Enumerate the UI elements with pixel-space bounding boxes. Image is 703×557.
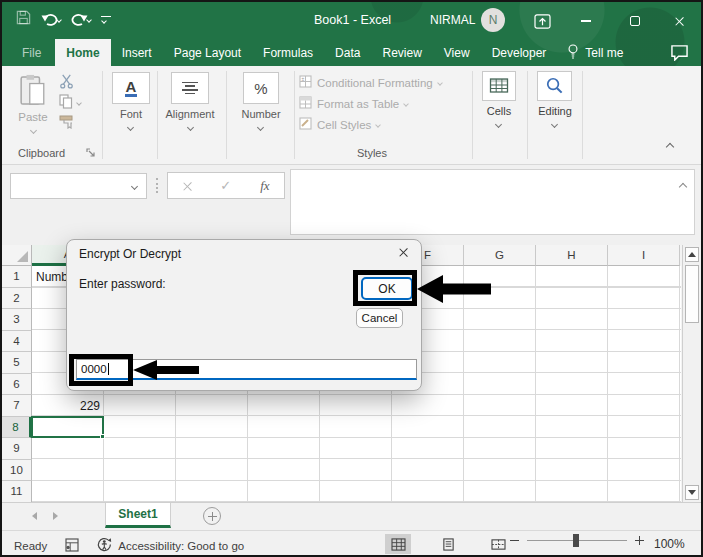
tab-view[interactable]: View — [433, 39, 481, 66]
title-bar-area: Book1 - Excel NIRMAL N File Home Insert … — [2, 2, 701, 66]
quick-access-toolbar — [16, 10, 111, 29]
format-painter-button[interactable] — [59, 115, 74, 131]
cells-group-button[interactable] — [482, 71, 516, 101]
cancel-entry-icon[interactable] — [182, 181, 191, 190]
zoom-in-icon[interactable] — [635, 536, 644, 545]
group-separator — [294, 71, 295, 159]
insert-function-icon[interactable]: fx — [260, 178, 269, 194]
comment-icon[interactable] — [670, 44, 689, 65]
accessibility-status[interactable]: Accessibility: Good to go — [97, 537, 244, 554]
cut-button[interactable] — [59, 74, 74, 91]
row-header-8[interactable]: 8 — [2, 417, 32, 439]
new-sheet-button[interactable] — [203, 507, 221, 525]
separator-dots[interactable] — [156, 178, 158, 193]
tab-insert[interactable]: Insert — [111, 39, 163, 66]
redo-icon[interactable] — [71, 13, 91, 26]
row-header-5[interactable]: 5 — [2, 352, 32, 374]
paste-button[interactable]: Paste — [14, 73, 52, 109]
tab-developer[interactable]: Developer — [481, 39, 558, 66]
user-name[interactable]: NIRMAL — [430, 13, 475, 27]
maximize-button[interactable] — [622, 10, 648, 32]
next-sheet-icon[interactable] — [53, 512, 58, 520]
normal-view-icon[interactable] — [385, 534, 411, 554]
conditional-formatting-icon: ± — [299, 75, 312, 90]
tab-review[interactable]: Review — [371, 39, 432, 66]
column-header-I[interactable]: I — [608, 245, 680, 266]
dialog-close-icon[interactable] — [398, 247, 410, 262]
copy-button[interactable] — [59, 94, 81, 111]
format-painter-icon — [59, 115, 74, 131]
row-header-2[interactable]: 2 — [2, 288, 32, 310]
row-header-4[interactable]: 4 — [2, 331, 32, 353]
undo-icon[interactable] — [41, 13, 61, 26]
conditional-formatting-button[interactable]: ± Conditional Formatting — [299, 75, 442, 90]
clipboard-group-label: Clipboard — [18, 147, 65, 159]
font-group-button[interactable]: A — [112, 72, 150, 104]
scroll-up-icon[interactable] — [685, 247, 699, 262]
group-separator — [527, 71, 528, 159]
formula-input[interactable] — [290, 169, 695, 235]
previous-sheet-icon[interactable] — [32, 512, 37, 520]
ribbon-display-options-icon[interactable] — [529, 10, 555, 32]
fill-handle[interactable] — [100, 434, 105, 439]
zoom-out-icon[interactable] — [510, 540, 519, 542]
copy-icon — [59, 94, 73, 111]
vertical-scrollbar[interactable] — [682, 245, 701, 502]
percent-icon: % — [254, 80, 267, 97]
name-box[interactable] — [10, 173, 147, 199]
row-header-1[interactable]: 1 — [2, 266, 32, 288]
row-header-11[interactable]: 11 — [2, 481, 32, 503]
page-layout-view-icon[interactable] — [435, 534, 461, 554]
sheet-tab-bar: Sheet1 — [2, 502, 701, 530]
annotation-box-password — [69, 354, 133, 386]
zoom-slider[interactable] — [527, 540, 627, 542]
tab-data[interactable]: Data — [324, 39, 371, 66]
formula-bar-row: ✓ fx — [2, 165, 701, 245]
close-button[interactable] — [666, 10, 692, 32]
format-as-table-button[interactable]: Format as Table — [299, 96, 408, 111]
zoom-level[interactable]: 100% — [654, 537, 685, 551]
alignment-icon — [181, 80, 199, 96]
confirm-entry-icon[interactable]: ✓ — [220, 178, 231, 193]
macro-record-icon[interactable] — [65, 538, 79, 554]
row-header-3[interactable]: 3 — [2, 309, 32, 331]
customize-quick-access-icon[interactable] — [101, 16, 111, 24]
scroll-down-icon[interactable] — [685, 485, 699, 500]
tell-me[interactable]: Tell me — [557, 39, 633, 66]
row-header-6[interactable]: 6 — [2, 374, 32, 396]
collapse-formula-bar-icon[interactable] — [679, 183, 687, 191]
column-header-G[interactable]: G — [464, 245, 536, 266]
page-break-preview-icon[interactable] — [485, 534, 511, 554]
selected-cell-outline[interactable] — [31, 416, 104, 439]
paste-clipboard-icon — [19, 97, 47, 109]
collapse-ribbon-icon[interactable] — [666, 143, 674, 151]
zoom-slider-handle[interactable] — [573, 534, 579, 547]
row-header-7[interactable]: 7 — [2, 395, 32, 417]
cell-A7[interactable]: 229 — [32, 395, 104, 417]
editing-group-button[interactable] — [537, 71, 572, 101]
vertical-scroll-thumb[interactable] — [685, 265, 699, 323]
alignment-group-button[interactable] — [171, 72, 209, 104]
column-header-H[interactable]: H — [536, 245, 608, 266]
row-header-10[interactable]: 10 — [2, 460, 32, 482]
row-headers: 1234567891011 — [2, 266, 32, 503]
tab-file[interactable]: File — [2, 39, 55, 66]
tab-home[interactable]: Home — [55, 39, 110, 66]
tab-formulas[interactable]: Formulas — [252, 39, 324, 66]
font-icon: A — [125, 79, 138, 97]
cell-styles-button[interactable]: Cell Styles — [299, 117, 380, 132]
save-icon[interactable] — [16, 10, 31, 29]
sheet-tab-sheet1[interactable]: Sheet1 — [105, 503, 171, 528]
group-separator — [226, 71, 227, 159]
excel-window: Book1 - Excel NIRMAL N File Home Insert … — [0, 0, 703, 557]
minimize-button[interactable] — [573, 10, 599, 32]
styles-group-label: Styles — [357, 147, 387, 159]
select-all-corner[interactable] — [2, 245, 32, 266]
tab-page-layout[interactable]: Page Layout — [163, 39, 252, 66]
number-group-button[interactable]: % — [243, 72, 279, 104]
row-header-9[interactable]: 9 — [2, 438, 32, 460]
avatar[interactable]: N — [481, 8, 505, 32]
clipboard-dialog-launcher-icon[interactable] — [86, 148, 96, 160]
cancel-button[interactable]: Cancel — [356, 308, 403, 328]
alignment-label: Alignment — [162, 108, 218, 120]
